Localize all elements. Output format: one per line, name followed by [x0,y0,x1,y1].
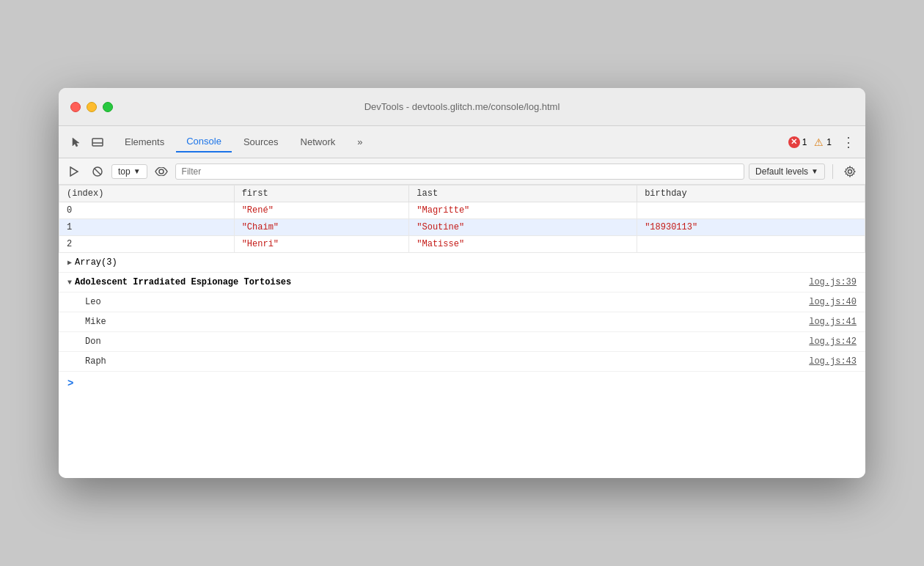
levels-label: Default levels [755,166,808,177]
item-source-link[interactable]: log.js:40 [809,297,857,307]
col-birthday: birthday [637,185,865,202]
cell-first: "René" [234,202,409,219]
group-source-link[interactable]: log.js:39 [809,277,857,287]
item-name: Don [85,337,101,347]
window-title: DevTools - devtools.glitch.me/console/lo… [364,101,560,112]
item-name: Raph [85,356,106,367]
table-row: 0 "René" "Magritte" [59,202,865,219]
col-last: last [409,185,637,202]
tab-console[interactable]: Console [176,131,232,152]
tabs-bar: Elements Console Sources Network » ✕ 1 ⚠… [59,126,865,158]
context-select[interactable]: top ▼ [111,164,147,179]
cell-birthday: "18930113" [637,219,865,236]
console-content: (index) first last birthday 0 "René" "Ma… [59,185,865,478]
console-table: (index) first last birthday 0 "René" "Ma… [59,185,865,253]
devtools-menu-button[interactable]: ⋮ [837,134,859,150]
close-button[interactable] [70,102,81,112]
list-item: Leo log.js:40 [59,293,865,312]
chevron-down-icon: ▼ [133,167,141,175]
chevron-down-icon: ▼ [811,167,818,175]
tab-elements[interactable]: Elements [114,132,175,152]
group-title: Adolescent Irradiated Espionage Tortoise… [75,277,291,287]
error-count: 1 [802,137,807,147]
array-label: Array(3) [75,257,117,268]
tab-sources[interactable]: Sources [233,132,289,152]
eye-icon[interactable] [152,162,171,181]
table-row: 1 "Chaim" "Soutine" "18930113" [59,219,865,236]
tab-more[interactable]: » [347,132,373,152]
svg-point-6 [848,169,852,173]
col-index: (index) [59,185,235,202]
block-icon[interactable] [88,162,107,181]
console-prompt[interactable]: > [59,372,865,395]
error-badge: ✕ 1 [788,136,807,148]
error-icon: ✕ [788,136,800,148]
prompt-symbol: > [67,378,73,389]
console-toolbar: top ▼ Default levels ▼ [59,158,865,185]
tab-network[interactable]: Network [290,132,346,152]
title-bar: DevTools - devtools.glitch.me/console/lo… [59,88,865,126]
cell-first: "Chaim" [234,219,409,236]
tabs-list: Elements Console Sources Network » [114,131,788,152]
warning-badge: ⚠ 1 [813,136,832,148]
cell-birthday [637,202,865,219]
maximize-button[interactable] [103,102,113,112]
array-expand-row[interactable]: ▶ Array(3) [59,253,865,273]
table-header-row: (index) first last birthday [59,185,865,202]
item-source-link[interactable]: log.js:41 [809,317,857,327]
svg-line-4 [95,169,100,174]
group-header[interactable]: ▼ Adolescent Irradiated Espionage Tortoi… [59,273,865,293]
devtools-window: DevTools - devtools.glitch.me/console/lo… [59,88,865,478]
filter-input[interactable] [175,163,744,180]
cell-index: 2 [59,236,235,253]
cell-index: 1 [59,219,235,236]
cell-last: "Soutine" [409,219,637,236]
tabs-right: ✕ 1 ⚠ 1 ⋮ [788,134,859,150]
warning-count: 1 [826,137,832,147]
list-item: Mike log.js:41 [59,312,865,332]
list-item: Raph log.js:43 [59,352,865,372]
traffic-lights [70,102,113,112]
cell-last: "Matisse" [409,236,637,253]
run-icon[interactable] [65,162,84,181]
group-header-left: ▼ Adolescent Irradiated Espionage Tortoi… [67,277,291,287]
list-item: Don log.js:42 [59,332,865,352]
dock-icon[interactable] [87,131,109,153]
item-name: Leo [85,297,101,307]
warning-icon: ⚠ [813,136,824,148]
gear-icon[interactable] [840,162,859,181]
triangle-icon: ▶ [67,258,72,267]
cell-birthday [637,236,865,253]
cell-index: 0 [59,202,235,219]
cell-first: "Henri" [234,236,409,253]
table-row: 2 "Henri" "Matisse" [59,236,865,253]
levels-dropdown[interactable]: Default levels ▼ [749,163,825,180]
divider [832,164,833,179]
context-value: top [118,166,131,177]
cell-last: "Magritte" [409,202,637,219]
svg-rect-0 [92,139,103,146]
group-triangle-icon: ▼ [67,279,72,287]
col-first: first [234,185,409,202]
cursor-icon[interactable] [65,131,87,153]
minimize-button[interactable] [87,102,97,112]
svg-marker-2 [70,167,78,176]
item-source-link[interactable]: log.js:43 [809,356,857,367]
item-source-link[interactable]: log.js:42 [809,337,857,347]
item-name: Mike [85,317,106,327]
svg-point-5 [159,169,164,174]
